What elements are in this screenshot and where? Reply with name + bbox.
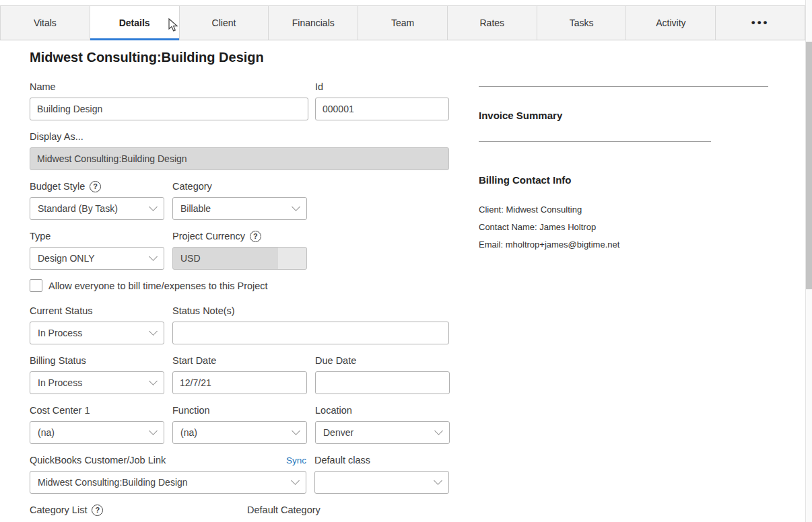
- client-line: Client: Midwest Consulting: [479, 204, 768, 215]
- current-status-value: In Process: [38, 328, 82, 338]
- quickbooks-select[interactable]: Midwest Consulting:Building Design: [30, 471, 306, 494]
- location-value: Denver: [323, 427, 353, 438]
- location-select[interactable]: Denver: [315, 421, 450, 444]
- type-currency-row: Type Design ONLY Project Currency USD: [30, 229, 461, 270]
- category-list-label: Category List: [30, 505, 87, 515]
- display-as-row: Display As...: [30, 130, 461, 170]
- type-value: Design ONLY: [38, 253, 95, 264]
- invoice-summary-title: Invoice Summary: [479, 110, 768, 121]
- costcenter-row: Cost Center 1 (na) Function (na) Locatio…: [30, 404, 461, 444]
- tab-rates[interactable]: Rates: [448, 5, 537, 40]
- chevron-down-icon: [149, 377, 158, 385]
- chevron-down-icon: [434, 426, 443, 435]
- scrollbar-track[interactable]: [805, 0, 812, 522]
- tab-more[interactable]: •••: [716, 5, 805, 40]
- billing-status-label: Billing Status: [30, 354, 164, 367]
- project-currency-label: Project Currency: [172, 231, 245, 241]
- due-date-label: Due Date: [315, 354, 450, 367]
- current-status-select[interactable]: In Process: [30, 322, 164, 344]
- help-icon[interactable]: [250, 231, 261, 242]
- display-as-input: [30, 147, 449, 170]
- start-date-label: Start Date: [172, 354, 307, 367]
- chevron-down-icon: [149, 426, 158, 435]
- name-input[interactable]: [30, 98, 308, 120]
- quickbooks-value: Midwest Consulting:Building Design: [38, 477, 188, 488]
- quickbooks-row: QuickBooks Customer/Job Link Sync Midwes…: [30, 453, 461, 494]
- tab-label: Tasks: [570, 17, 594, 28]
- cost-center-select[interactable]: (na): [30, 421, 164, 444]
- divider: [479, 141, 711, 142]
- budget-style-label: Budget Style: [30, 181, 85, 192]
- id-input[interactable]: [315, 98, 449, 120]
- default-category-label: Default Category: [247, 503, 382, 517]
- id-label: Id: [315, 80, 449, 94]
- chevron-down-icon: [292, 202, 300, 211]
- name-id-row: Name Id: [30, 80, 461, 120]
- scrollbar-thumb[interactable]: [806, 42, 812, 289]
- project-currency-value: USD: [180, 253, 201, 264]
- cost-center-value: (na): [38, 427, 55, 438]
- type-select[interactable]: Design ONLY: [30, 247, 164, 270]
- billing-dates-row: Billing Status In Process Start Date Due…: [30, 354, 461, 394]
- tab-tasks[interactable]: Tasks: [537, 5, 627, 40]
- email-line: Email: mholtrop+james@bigtime.net: [479, 239, 768, 250]
- tab-label: Client: [212, 17, 236, 28]
- due-date-input[interactable]: [315, 371, 450, 394]
- help-icon[interactable]: [90, 181, 101, 192]
- function-value: (na): [180, 427, 197, 438]
- tab-vitals[interactable]: Vitals: [0, 5, 90, 40]
- tab-label: Details: [119, 17, 150, 28]
- location-label: Location: [315, 404, 450, 417]
- invoice-sidebar: Invoice Summary Billing Contact Info Cli…: [479, 86, 768, 250]
- function-label: Function: [172, 404, 307, 417]
- billing-status-value: In Process: [38, 377, 82, 388]
- status-row: Current Status In Process Status Note(s): [30, 304, 461, 344]
- details-content: Midwest Consulting:Building Design Name …: [0, 40, 805, 522]
- tab-client[interactable]: Client: [180, 5, 269, 40]
- default-class-label: Default class: [314, 453, 449, 467]
- quickbooks-label: QuickBooks Customer/Job Link: [30, 455, 166, 465]
- tab-activity[interactable]: Activity: [626, 5, 716, 40]
- tab-team[interactable]: Team: [358, 5, 448, 40]
- chevron-down-icon: [292, 426, 300, 435]
- category-list-row: Category List Default Category: [30, 503, 461, 521]
- budget-style-value: Standard (By Task): [38, 203, 118, 214]
- tab-details[interactable]: Details: [90, 5, 180, 40]
- help-icon[interactable]: [92, 505, 103, 516]
- function-select[interactable]: (na): [172, 421, 307, 444]
- allow-bill-label: Allow everyone to bill time/expenses to …: [48, 281, 268, 291]
- ellipsis-icon: •••: [751, 16, 770, 30]
- chevron-down-icon: [291, 476, 300, 485]
- category-label: Category: [172, 180, 307, 193]
- page-title: Midwest Consulting:Building Design: [30, 50, 461, 65]
- mouse-cursor: [168, 18, 180, 33]
- allow-bill-row: Allow everyone to bill time/expenses to …: [30, 279, 461, 292]
- billing-contact-title: Billing Contact Info: [479, 174, 768, 186]
- default-class-select[interactable]: [314, 471, 449, 494]
- chevron-down-icon: [149, 327, 158, 336]
- start-date-input[interactable]: [172, 371, 307, 394]
- category-select[interactable]: Billable: [172, 197, 307, 220]
- current-status-label: Current Status: [30, 304, 164, 318]
- tab-label: Rates: [480, 17, 505, 28]
- chevron-down-icon: [434, 476, 442, 485]
- divider: [479, 86, 768, 87]
- sync-link[interactable]: Sync: [286, 455, 306, 465]
- currency-dropdown-area: [278, 248, 306, 269]
- tab-label: Activity: [656, 17, 685, 28]
- tab-label: Financials: [292, 17, 335, 28]
- billing-status-select[interactable]: In Process: [30, 371, 164, 394]
- budget-category-row: Budget Style Standard (By Task) Category…: [30, 180, 461, 220]
- project-tabbar: Vitals Details Client Financials Team Ra…: [0, 5, 805, 40]
- name-label: Name: [30, 80, 308, 94]
- tab-label: Vitals: [34, 17, 57, 28]
- chevron-down-icon: [149, 202, 158, 211]
- allow-bill-checkbox[interactable]: [30, 279, 42, 292]
- budget-style-select[interactable]: Standard (By Task): [30, 197, 164, 220]
- tab-financials[interactable]: Financials: [269, 5, 358, 40]
- chevron-down-icon: [149, 252, 158, 261]
- category-value: Billable: [180, 203, 211, 214]
- type-label: Type: [30, 229, 164, 243]
- status-notes-label: Status Note(s): [172, 304, 449, 318]
- status-notes-input[interactable]: [172, 322, 449, 344]
